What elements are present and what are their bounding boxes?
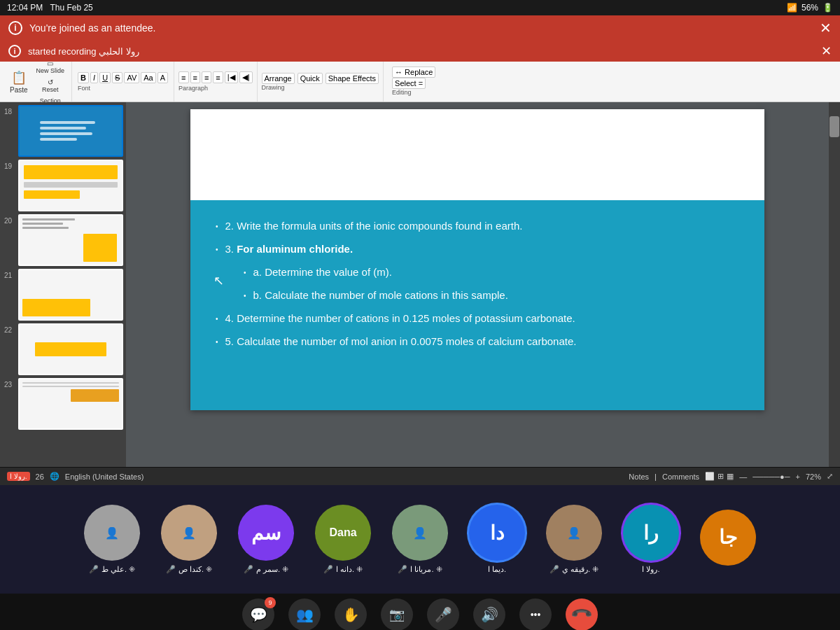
slide-thumb-20[interactable] (18, 214, 123, 266)
slide-thumb-18[interactable] (18, 105, 123, 157)
quick-styles-button[interactable]: Quick (298, 73, 323, 84)
avatar-raqiqa: 👤 (546, 505, 602, 561)
avatar-dana: Dana (315, 505, 371, 561)
fit-icon[interactable]: ⤢ (827, 472, 833, 481)
replace-button[interactable]: ↔ Replace (392, 66, 435, 78)
video-toggle-button[interactable]: 📷 (381, 598, 413, 630)
strikethrough-button[interactable]: S (112, 72, 122, 83)
bullet-5: • (216, 315, 218, 323)
raise-hand-button[interactable]: ✋ (335, 598, 367, 630)
slide-item-3-text: a. Determine the value of (m). (253, 266, 392, 278)
hand-icon: ✋ (342, 606, 360, 623)
mic-toggle-button[interactable]: 🎤 (427, 598, 459, 630)
end-call-icon: 📞 (570, 603, 594, 627)
name-mariana: 🎤 مريانا ا. ⁜ (398, 565, 442, 574)
video-participants: 👤 🎤 علي ط. ⁜ 👤 🎤 كندا ص. ⁜ سم 🎤 سمر م. ⁜ (0, 485, 840, 594)
end-call-button[interactable]: 📞 (566, 598, 598, 630)
select-button[interactable]: Select = (392, 78, 426, 89)
people-button[interactable]: 👥 (288, 598, 321, 630)
slide-thumb-23[interactable] (18, 378, 123, 430)
slide-item-4-text: b. Calculate the number of mole cations … (253, 289, 508, 301)
avatar-ali: 👤 (84, 505, 140, 561)
attendee-notification: i You're joined as an attendee. ✕ (0, 15, 840, 41)
outdent-button[interactable]: ◀| (239, 71, 253, 83)
participant-mariana: 👤 🎤 مريانا ا. ⁜ (385, 505, 455, 574)
reset-button[interactable]: ↺ Reset (34, 77, 68, 94)
slide-item-2: • 3. For aluminum chloride. (216, 243, 739, 255)
font-color-button[interactable]: A (158, 72, 168, 83)
mic-icon: 🎤 (435, 606, 452, 623)
participant-ali: 👤 🎤 علي ط. ⁜ (77, 505, 147, 574)
close-attendee-notification[interactable]: ✕ (820, 21, 832, 35)
mic-icon-raqiqa: 🎤 (550, 565, 559, 574)
bullet-3: • (244, 269, 246, 276)
paragraph-label: Paragraph (178, 85, 208, 92)
zoom-slider[interactable]: ─────●─ (752, 472, 790, 481)
arrange-button[interactable]: Arrange (262, 73, 295, 84)
close-recording-notification[interactable]: ✕ (821, 43, 832, 59)
slide-thumb-21[interactable] (18, 269, 123, 321)
video-controls: 💬 9 👥 ✋ 📷 🎤 🔊 ••• 📞 (0, 594, 840, 630)
font-size-button[interactable]: Aa (141, 72, 155, 83)
zoom-label: + (796, 472, 800, 481)
chat-btn-wrapper: 💬 9 (242, 598, 274, 630)
shape-effects-button[interactable]: Shape Effects (326, 73, 379, 84)
slide-row-18: 18 (3, 105, 123, 157)
slide-row-23: 23 (3, 378, 123, 430)
recording-message: started recording رولا الحلبي (28, 46, 139, 57)
name-raqiqa: 🎤 رقيقه ي. ⁜ (550, 565, 598, 574)
slide-item-6-text: 5. Calculate the number of mol anion in … (225, 335, 577, 347)
paste-button[interactable]: 📋 Paste (7, 69, 31, 95)
justify-button[interactable]: ≡ (213, 71, 223, 83)
clipboard-group: 📋 Paste ▭ New Slide ↺ Reset Section (3, 62, 72, 102)
participant-dana: Dana 🎤 دانه ا. ⁜ (308, 505, 378, 574)
system-bar: 12:04 PM Thu Feb 25 📶 56% 🔋 (0, 0, 840, 15)
more-options-button[interactable]: ••• (519, 598, 552, 630)
drawing-group: Arrange Quick Shape Effects Drawing (258, 62, 384, 102)
bullet-2: • (216, 246, 218, 253)
slide-blue-section: • 2. Write the formula units of the ioni… (190, 200, 764, 410)
name-dima: ديما ا. (488, 565, 506, 574)
right-scrollbar[interactable] (829, 102, 840, 467)
name-rola: رولا ا. (642, 565, 659, 574)
zoom-percent: 72% (806, 472, 821, 481)
comments-button[interactable]: Comments (662, 472, 699, 481)
time-display: 12:04 PM (7, 3, 43, 13)
slide-row-20: 20 (3, 214, 123, 266)
slide-thumb-19[interactable] (18, 160, 123, 211)
name-dana: 🎤 دانه ا. ⁜ (323, 565, 363, 574)
bullet-4: • (244, 292, 246, 300)
font-group: B I U S AV Aa A Font (72, 62, 174, 102)
date-display: Thu Feb 25 (50, 3, 92, 13)
font-spacing-button[interactable]: AV (124, 72, 139, 83)
slide-num-21: 21 (4, 272, 12, 279)
italic-button[interactable]: I (90, 72, 98, 83)
avatar-rola: را (623, 505, 679, 561)
slide-item-5: • 4. Determine the number of cations in … (216, 312, 739, 324)
align-left-button[interactable]: ≡ (178, 71, 188, 83)
avatar-ja: جا (700, 510, 756, 566)
slide-item-1-text: 2. Write the formula units of the ionic … (225, 220, 523, 232)
notes-button[interactable]: Notes (629, 472, 649, 481)
presentation-area: • 2. Write the formula units of the ioni… (126, 102, 829, 467)
indent-button[interactable]: |◀ (225, 71, 238, 83)
align-center-button[interactable]: ≡ (190, 71, 200, 83)
bullet-1: • (216, 223, 218, 230)
language-label: English (United States) (65, 472, 144, 481)
underline-button[interactable]: U (99, 72, 111, 83)
slide-thumb-22[interactable] (18, 323, 123, 375)
participant-dima: دا ديما ا. (462, 505, 532, 574)
slide-row-19: 19 (3, 160, 123, 211)
recording-notification: i started recording رولا الحلبي ✕ (0, 41, 840, 62)
slide-item-5-text: 4. Determine the number of cations in 0.… (225, 312, 575, 324)
system-bar-left: 12:04 PM Thu Feb 25 (7, 3, 93, 13)
slide-num-19: 19 (4, 162, 12, 170)
bold-button[interactable]: B (78, 72, 89, 83)
slide-num-22: 22 (4, 326, 12, 334)
align-right-button[interactable]: ≡ (202, 71, 211, 83)
mic-icon-ali: 🎤 (89, 565, 99, 574)
status-right: Notes | Comments ⬜ ⊞ ▦ — ─────●─ + 72% ⤢ (629, 472, 833, 481)
main-area: 18 19 (0, 102, 840, 467)
paragraph-group: ≡ ≡ ≡ ≡ |◀ ◀| Paragraph (174, 62, 257, 102)
speaker-button[interactable]: 🔊 (473, 598, 505, 630)
